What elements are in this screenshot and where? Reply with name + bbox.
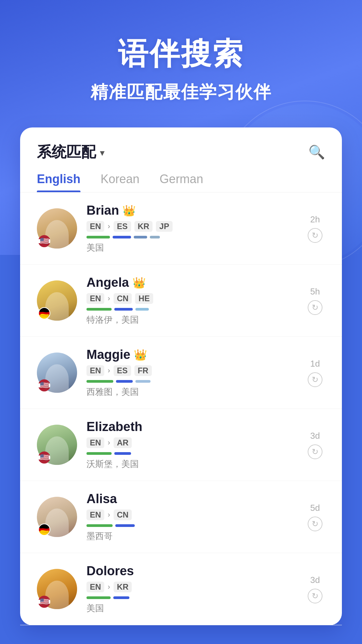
time-label: 3d [310, 431, 320, 441]
list-item[interactable]: 🇺🇸 Maggie 👑 EN › ES FR 西雅图，美 [20, 337, 342, 409]
tab-english[interactable]: English [37, 172, 80, 192]
lang-bar [86, 596, 111, 599]
refresh-icon[interactable]: ↻ [308, 228, 322, 243]
arrow-icon: › [108, 511, 110, 519]
hero-section: 语伴搜索 精准匹配最佳学习伙伴 [0, 0, 362, 104]
filter-label: 系统匹配 [37, 142, 96, 162]
time-label: 3d [310, 575, 320, 585]
time-label: 5h [310, 286, 320, 297]
lang-bar [86, 236, 110, 238]
flag-badge: 🇺🇸 [38, 235, 50, 247]
lang-bar [86, 524, 113, 527]
lang-tags: EN › CN [86, 509, 296, 520]
list-item[interactable]: 🇩🇪 Alisa EN › CN 墨西哥 5d ↻ [20, 481, 342, 553]
refresh-icon[interactable]: ↻ [308, 444, 322, 459]
arrow-icon: › [108, 366, 110, 375]
time-col: 3d ↻ [305, 431, 325, 459]
user-list: 🇺🇸 Brian 👑 EN › ES KR JP [20, 193, 342, 625]
user-name: Angela [86, 275, 129, 290]
avatar-wrap: 🇺🇸 [37, 208, 77, 249]
arrow-icon: › [108, 583, 110, 591]
learn-lang: ES [114, 221, 131, 232]
refresh-icon[interactable]: ↻ [308, 300, 322, 315]
list-item[interactable]: 🇺🇸 Dolores EN › KR 美国 3d ↻ [20, 553, 342, 625]
refresh-icon[interactable]: ↻ [308, 372, 322, 387]
user-location: 美国 [86, 602, 296, 614]
lang-bar [113, 236, 131, 238]
crown-icon: 👑 [132, 276, 146, 289]
lang-bar [116, 380, 133, 383]
flag-badge: 🇺🇸 [38, 596, 50, 608]
time-col: 5h ↻ [305, 286, 325, 315]
lang-bars [86, 596, 296, 599]
lang-bars [86, 308, 296, 311]
flag-badge: 🇺🇸 [38, 451, 50, 464]
hero-title: 语伴搜索 [0, 34, 362, 74]
filter-selector[interactable]: 系统匹配 ▾ [37, 142, 105, 162]
lang-bars [86, 236, 296, 238]
flag-badge: 🇺🇸 [38, 379, 50, 391]
lang-bar [115, 524, 135, 527]
refresh-icon[interactable]: ↻ [308, 517, 322, 531]
user-name: Dolores [86, 564, 134, 578]
card-header: 系统匹配 ▾ 🔍 [20, 127, 342, 162]
learn-lang: CN [114, 293, 132, 304]
lang-bar [86, 452, 112, 455]
hero-subtitle: 精准匹配最佳学习伙伴 [0, 80, 362, 104]
learn-lang: KR [134, 221, 153, 232]
user-location: 特洛伊，美国 [86, 314, 296, 326]
arrow-icon: › [108, 438, 110, 447]
time-label: 1d [310, 359, 320, 369]
lang-bar [86, 308, 112, 311]
arrow-icon: › [108, 294, 110, 303]
lang-bars [86, 452, 296, 455]
user-info: Maggie 👑 EN › ES FR 西雅图，美国 [86, 347, 296, 398]
time-col: 1d ↻ [305, 359, 325, 387]
list-item[interactable]: 🇺🇸 Brian 👑 EN › ES KR JP [20, 193, 342, 265]
tab-korean[interactable]: Korean [101, 172, 139, 192]
native-lang: EN [86, 582, 104, 592]
lang-tags: EN › ES KR JP [86, 221, 296, 232]
refresh-icon[interactable]: ↻ [308, 589, 322, 603]
crown-icon: 👑 [122, 204, 136, 217]
user-location: 西雅图，美国 [86, 386, 296, 398]
user-location: 美国 [86, 242, 296, 254]
user-name: Maggie [86, 347, 130, 362]
native-lang: EN [86, 293, 104, 304]
learn-lang: ES [114, 365, 131, 376]
list-item[interactable]: 🇩🇪 Angela 👑 EN › CN HE 特洛伊，美 [20, 265, 342, 337]
native-lang: EN [86, 365, 104, 376]
lang-tags: EN › ES FR [86, 365, 296, 376]
user-name: Brian [86, 203, 119, 218]
chevron-down-icon: ▾ [100, 147, 105, 158]
lang-bar [114, 308, 133, 311]
learn-lang: AR [114, 437, 132, 448]
native-lang: EN [86, 509, 104, 520]
user-info: Elizabeth EN › AR 沃斯堡，美国 [86, 420, 296, 470]
time-col: 2h ↻ [305, 214, 325, 243]
lang-tags: EN › AR [86, 437, 296, 448]
avatar-wrap: 🇺🇸 [37, 569, 77, 609]
search-icon[interactable]: 🔍 [308, 144, 325, 160]
time-col: 3d ↻ [305, 575, 325, 603]
time-label: 5d [310, 503, 320, 513]
lang-tags: EN › KR [86, 582, 296, 592]
avatar-wrap: 🇺🇸 [37, 425, 77, 465]
user-location: 沃斯堡，美国 [86, 458, 296, 470]
user-info: Alisa EN › CN 墨西哥 [86, 492, 296, 542]
user-name: Elizabeth [86, 420, 142, 434]
language-tabs: English Korean German [20, 162, 342, 193]
arrow-icon: › [108, 222, 110, 231]
avatar-wrap: 🇩🇪 [37, 497, 77, 537]
native-lang: EN [86, 437, 104, 448]
tab-german[interactable]: German [160, 172, 203, 192]
lang-bar [86, 380, 113, 383]
user-info: Brian 👑 EN › ES KR JP 美国 [86, 203, 296, 254]
lang-tags: EN › CN HE [86, 293, 296, 304]
list-item[interactable]: 🇺🇸 Elizabeth EN › AR 沃斯堡，美国 3d [20, 409, 342, 481]
main-card: 系统匹配 ▾ 🔍 English Korean German 🇺🇸 Brian [20, 127, 342, 625]
learn-lang: FR [134, 365, 152, 376]
flag-badge: 🇩🇪 [38, 307, 50, 319]
lang-bar [135, 308, 149, 311]
user-info: Dolores EN › KR 美国 [86, 564, 296, 614]
